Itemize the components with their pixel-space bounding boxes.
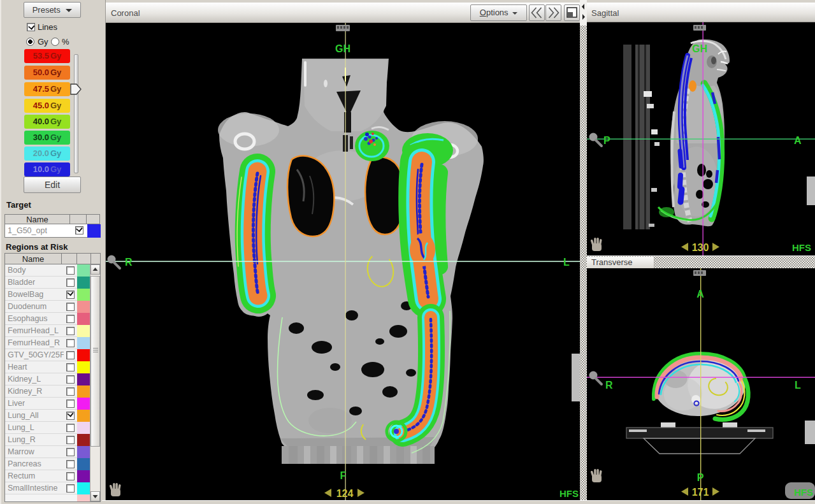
svg-text:F: F	[340, 470, 347, 481]
svg-text:R: R	[605, 380, 613, 391]
svg-text:HFS: HFS	[792, 242, 811, 253]
svg-text:P: P	[697, 472, 704, 483]
svg-text:L: L	[795, 380, 801, 391]
svg-text:130: 130	[692, 242, 709, 253]
svg-text:124: 124	[336, 488, 354, 499]
svg-text:HFS: HFS	[559, 488, 579, 499]
svg-text:GH: GH	[335, 43, 350, 54]
svg-text:HFS: HFS	[794, 487, 813, 498]
svg-text:P: P	[603, 135, 610, 146]
svg-text:171: 171	[692, 487, 709, 498]
svg-text:R: R	[125, 257, 133, 268]
svg-text:L: L	[563, 257, 570, 268]
svg-text:GH: GH	[692, 43, 707, 54]
svg-text:A: A	[696, 289, 704, 299]
svg-text:A: A	[794, 135, 802, 146]
